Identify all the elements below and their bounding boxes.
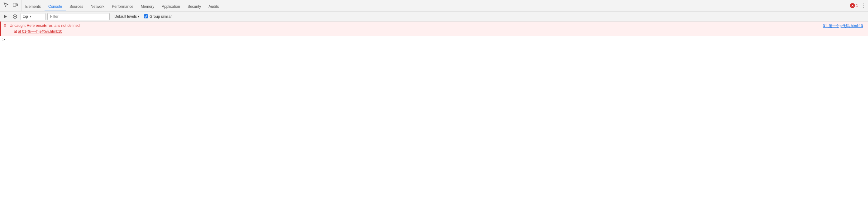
tab-application[interactable]: Application xyxy=(158,0,184,11)
group-similar-label[interactable]: Group similar xyxy=(144,15,172,19)
execute-context-btn[interactable] xyxy=(2,13,9,20)
tab-sources[interactable]: Sources xyxy=(66,0,87,11)
error-badge[interactable]: ✕ 1 xyxy=(850,3,858,8)
devtools-navbar: Elements Console Sources Network Perform… xyxy=(0,0,868,11)
context-value: top xyxy=(23,15,28,19)
device-toggle-btn[interactable] xyxy=(11,1,19,9)
inspect-icon-btn[interactable] xyxy=(2,1,10,9)
tab-network[interactable]: Network xyxy=(87,0,108,11)
error-count: 1 xyxy=(856,3,858,8)
tab-performance[interactable]: Performance xyxy=(108,0,137,11)
tab-security[interactable]: Security xyxy=(184,0,205,11)
svg-rect-1 xyxy=(16,4,18,6)
error-circle-icon: ✕ xyxy=(850,3,855,8)
tab-audits[interactable]: Audits xyxy=(205,0,222,11)
levels-chevron-icon: ▾ xyxy=(138,15,139,18)
filter-input[interactable] xyxy=(48,13,110,20)
nav-tabs: Elements Console Sources Network Perform… xyxy=(22,0,223,11)
devtools-icon-group xyxy=(1,0,22,11)
error-inline-icon: ⊗ xyxy=(3,23,6,27)
nav-right-actions: ✕ 1 ⋮ xyxy=(850,2,867,11)
tab-console[interactable]: Console xyxy=(44,0,66,11)
tab-memory[interactable]: Memory xyxy=(137,0,158,11)
group-similar-text: Group similar xyxy=(150,15,172,19)
group-similar-checkbox[interactable] xyxy=(144,15,148,19)
error-text-block: Uncaught ReferenceError: a is not define… xyxy=(10,23,80,35)
context-selector[interactable]: top ▼ xyxy=(21,13,45,20)
error-location-right[interactable]: 01-第一个js代码.html:10 xyxy=(823,23,866,29)
svg-marker-2 xyxy=(4,15,7,18)
console-toolbar: top ▼ Default levels ▾ Group similar xyxy=(0,11,868,22)
more-options-btn[interactable]: ⋮ xyxy=(859,2,867,9)
error-at-location: at at 01-第一个js代码.html:10 xyxy=(10,29,80,35)
error-main-message: Uncaught ReferenceError: a is not define… xyxy=(10,23,80,29)
console-input-row: > ​ xyxy=(0,36,868,43)
tab-elements[interactable]: Elements xyxy=(22,0,44,11)
levels-label: Default levels xyxy=(114,15,137,19)
levels-dropdown-btn[interactable]: Default levels ▾ xyxy=(112,13,142,20)
console-prompt-symbol: > xyxy=(2,37,5,42)
console-output: ⊗ Uncaught ReferenceError: a is not defi… xyxy=(0,22,868,219)
svg-rect-0 xyxy=(13,3,16,6)
console-error-row: ⊗ Uncaught ReferenceError: a is not defi… xyxy=(0,22,868,36)
context-dropdown-icon: ▼ xyxy=(29,15,32,18)
clear-console-btn[interactable] xyxy=(11,13,19,20)
error-source-link[interactable]: at 01-第一个js代码.html:10 xyxy=(18,29,62,34)
